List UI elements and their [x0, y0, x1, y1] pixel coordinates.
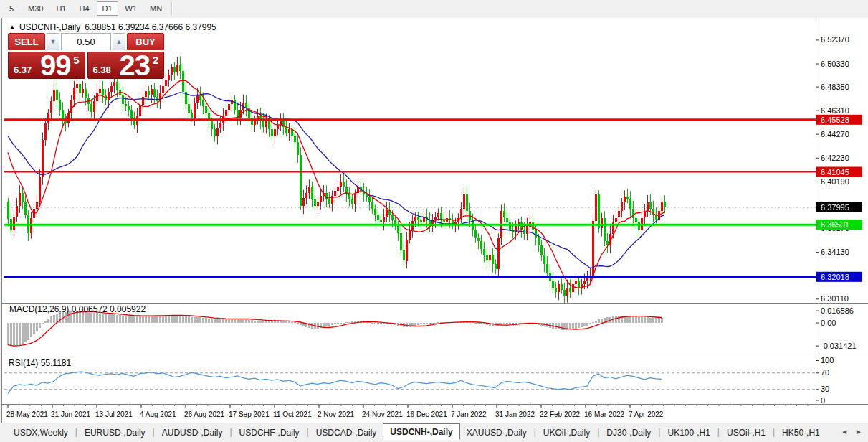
one-click-trading-panel: SELL ▼ ▲ BUY 6.37 99 5 6.38 23 2	[8, 33, 164, 79]
tab-scroll-left-icon[interactable]: ◄	[841, 428, 848, 436]
svg-text:6.50330: 6.50330	[821, 60, 849, 68]
svg-text:31 Jan 2022: 31 Jan 2022	[495, 410, 535, 418]
timeframe-button-mn[interactable]: MN	[144, 1, 168, 16]
timeframe-button-h4[interactable]: H4	[73, 1, 95, 16]
symbol-tab-usoilh1[interactable]: USOil-,H1	[720, 425, 772, 440]
timeframe-button-5[interactable]: 5	[2, 1, 21, 16]
symbol-tab-eurusddaily[interactable]: EURUSD-,Daily	[78, 425, 152, 440]
candles-layer	[7, 56, 666, 303]
tab-scroll-controls: ◄►	[841, 428, 862, 436]
svg-text:6.44270: 6.44270	[821, 130, 849, 138]
sell-price-display[interactable]: 6.37 99 5	[8, 52, 85, 79]
date-axis: 28 May 202121 Jun 202113 Jul 20214 Aug 2…	[6, 405, 808, 418]
volume-increase-button[interactable]: ▲	[113, 33, 125, 50]
svg-text:16 Dec 2021: 16 Dec 2021	[406, 410, 447, 418]
symbol-tab-ukoildaily[interactable]: UKOil-,Daily	[537, 425, 596, 440]
svg-text:2 Nov 2021: 2 Nov 2021	[318, 410, 355, 418]
svg-text:6.52370: 6.52370	[821, 35, 849, 44]
svg-text:4 Aug 2021: 4 Aug 2021	[140, 410, 176, 418]
svg-text:21 Jun 2021: 21 Jun 2021	[51, 410, 90, 418]
svg-text:30: 30	[821, 385, 829, 393]
svg-text:6.40190: 6.40190	[821, 177, 849, 186]
macd-indicator-label: MACD(12,26,9) 0.006572 0.005922	[9, 304, 146, 314]
symbol-tab-uk100h1[interactable]: UK100-,H1	[661, 425, 716, 440]
chart-title: USDCNH-,Daily	[19, 22, 80, 32]
buy-price-display[interactable]: 6.38 23 2	[87, 52, 165, 79]
svg-text:6.37995: 6.37995	[821, 203, 849, 212]
moving-averages-layer	[8, 80, 664, 288]
svg-text:17 Sep 2021: 17 Sep 2021	[229, 410, 270, 418]
rsi-indicator-label: RSI(14) 55.1181	[9, 358, 71, 368]
svg-text:0.00: 0.00	[821, 319, 836, 327]
svg-text:0.016586: 0.016586	[821, 306, 854, 315]
sell-price-main: 99	[40, 52, 71, 79]
symbol-tab-usdxweekly[interactable]: USDX,Weekly	[7, 425, 75, 440]
timeframe-toolbar: 5M30H1H4D1W1MN	[0, 0, 868, 17]
svg-text:-0.031421: -0.031421	[821, 342, 857, 350]
svg-text:6.34130: 6.34130	[821, 248, 849, 256]
buy-price-main: 23	[120, 52, 151, 79]
timeframe-button-h1[interactable]: H1	[50, 1, 72, 16]
symbol-tab-hk50h1[interactable]: HK50-,H1	[776, 425, 826, 440]
svg-text:100: 100	[821, 356, 834, 365]
symbol-tab-dj30daily[interactable]: DJ30-,Daily	[600, 425, 657, 440]
svg-text:0: 0	[821, 396, 825, 405]
svg-text:6.30110: 6.30110	[821, 294, 849, 303]
svg-text:26 Aug 2021: 26 Aug 2021	[184, 410, 225, 418]
trading-app-window: 5M30H1H4D1W1MN 6.523706.503306.483506.46…	[0, 0, 868, 442]
rsi-layer	[4, 372, 816, 394]
svg-text:24 Nov 2021: 24 Nov 2021	[362, 410, 403, 418]
svg-text:6.46310: 6.46310	[821, 106, 849, 115]
svg-text:6.48350: 6.48350	[821, 83, 849, 91]
buy-button[interactable]: BUY	[127, 33, 164, 50]
svg-text:16 Mar 2022: 16 Mar 2022	[584, 410, 625, 418]
buy-price-prefix: 6.38	[93, 65, 111, 75]
symbol-tab-usdcnhdaily[interactable]: USDCNH-,Daily	[383, 423, 459, 440]
price-badges: 6.455286.410456.365016.320186.37995	[816, 115, 862, 282]
timeframe-button-m30[interactable]: M30	[22, 1, 49, 16]
chart-window: 6.523706.503306.483506.463106.442706.422…	[1, 18, 868, 423]
buy-price-pip: 2	[153, 54, 158, 66]
svg-text:13 Jul 2021: 13 Jul 2021	[95, 410, 133, 418]
symbol-tab-audusddaily[interactable]: AUDUSD-,Daily	[156, 425, 229, 440]
symbol-tab-usdchfdaily[interactable]: USDCHF-,Daily	[233, 425, 306, 440]
svg-text:6.32018: 6.32018	[821, 273, 849, 281]
sell-price-prefix: 6.37	[14, 65, 32, 75]
svg-text:6.41045: 6.41045	[821, 168, 849, 177]
timeframe-button-w1[interactable]: W1	[120, 1, 143, 16]
symbol-tab-usdcaddaily[interactable]: USDCAD-,Daily	[310, 425, 383, 440]
macd-layer	[7, 311, 663, 347]
svg-text:6.42230: 6.42230	[821, 154, 849, 162]
symbol-tab-bar: USDX,Weekly|EURUSD-,Daily|AUDUSD-,Daily|…	[0, 423, 868, 440]
sell-price-pip: 5	[73, 54, 79, 66]
svg-text:28 May 2021: 28 May 2021	[6, 410, 48, 418]
chart-header: ▲ USDCNH-,Daily 6.38851 6.39234 6.37666 …	[9, 22, 216, 32]
toolbar-separator	[171, 2, 172, 15]
svg-text:7 Jan 2022: 7 Jan 2022	[451, 410, 487, 418]
svg-text:6.45528: 6.45528	[821, 116, 849, 124]
chart-ohlc-values: 6.38851 6.39234 6.37666 6.37995	[85, 22, 216, 32]
volume-decrease-button[interactable]: ▼	[47, 33, 59, 50]
svg-text:7 Apr 2022: 7 Apr 2022	[629, 410, 664, 418]
price-levels-layer	[4, 120, 816, 277]
volume-input[interactable]	[61, 33, 111, 50]
timeframe-button-d1[interactable]: D1	[97, 1, 118, 16]
sell-button[interactable]: SELL	[8, 33, 45, 50]
svg-text:70: 70	[821, 368, 829, 377]
svg-text:11 Oct 2021: 11 Oct 2021	[273, 410, 312, 418]
tab-scroll-right-icon[interactable]: ►	[855, 428, 862, 436]
svg-text:6.36501: 6.36501	[821, 220, 849, 229]
svg-text:22 Feb 2022: 22 Feb 2022	[540, 410, 581, 418]
symbol-tab-xauusddaily[interactable]: XAUUSD-,Daily	[460, 425, 533, 440]
collapse-icon[interactable]: ▲	[9, 24, 15, 30]
